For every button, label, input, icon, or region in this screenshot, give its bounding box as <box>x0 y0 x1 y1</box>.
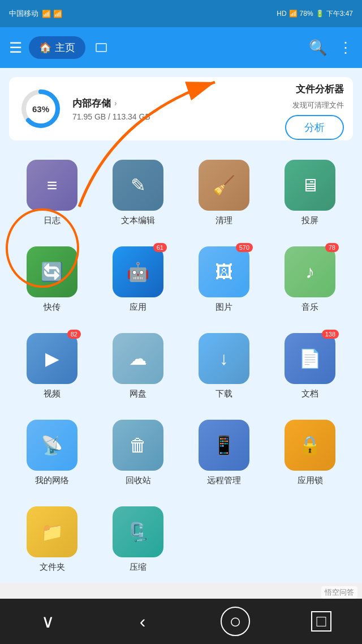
app-item-apps[interactable]: 🤖61应用 <box>95 236 181 323</box>
app-item-music[interactable]: ♪78音乐 <box>267 236 353 323</box>
home-label: 主页 <box>55 41 75 54</box>
app-icon-wrapper-folder: 📁 <box>27 506 77 557</box>
app-icon-network: 📡 <box>27 420 77 471</box>
analyzer-title: 文件分析器 <box>296 83 344 96</box>
nav-recent-icon[interactable]: □ <box>311 611 331 632</box>
menu-icon[interactable]: ☰ <box>9 39 22 57</box>
app-icon-wrapper-remote: 📱 <box>199 420 249 471</box>
app-item-video[interactable]: ▶82视频 <box>9 323 95 410</box>
app-item-log[interactable]: ≡日志 <box>9 150 95 236</box>
app-item-transfer[interactable]: 🔄快传 <box>9 236 95 323</box>
app-icon-clean: 🧹 <box>199 160 249 211</box>
app-icon-cloud: ☁ <box>113 333 163 384</box>
app-icon-music: ♪ <box>285 246 335 297</box>
storage-percentage: 63% <box>32 104 49 114</box>
app-label-transfer: 快传 <box>44 302 61 313</box>
wifi-icon: 📶 <box>289 10 298 18</box>
app-icon-folder: 📁 <box>27 506 77 557</box>
status-right: HD 📶 78% 🔋 下午3:47 <box>277 9 353 19</box>
app-badge-music: 78 <box>325 243 339 252</box>
time-label: 下午3:47 <box>326 9 353 19</box>
app-item-cloud[interactable]: ☁网盘 <box>95 323 181 410</box>
app-icon-zip: 🗜️ <box>113 506 163 557</box>
app-item-zip[interactable]: 🗜️压缩 <box>95 496 181 583</box>
app-item-network[interactable]: 📡我的网络 <box>9 410 95 496</box>
app-label-video: 视频 <box>44 389 61 399</box>
app-icon-wrapper-video: ▶82 <box>27 333 77 384</box>
app-label-zip: 压缩 <box>130 562 146 573</box>
app-icon-wrapper-cloud: ☁ <box>113 333 163 384</box>
app-label-log: 日志 <box>44 215 61 226</box>
app-badge-docs: 138 <box>322 330 339 339</box>
status-left: 中国移动 📶 📶 <box>9 8 62 19</box>
app-icon-docs: 📄 <box>285 333 335 384</box>
chevron-right-icon: › <box>114 99 117 108</box>
nav-back-icon[interactable]: ‹ <box>126 604 160 638</box>
app-icon-wrapper-photos: 🖼570 <box>199 246 249 297</box>
app-icon-wrapper-trash: 🗑 <box>113 420 163 471</box>
analyze-button[interactable]: 分析 <box>285 115 344 140</box>
app-icon-apps: 🤖 <box>113 246 163 297</box>
status-bar: 中国移动 📶 📶 HD 📶 78% 🔋 下午3:47 <box>0 0 362 27</box>
app-icon-download: ↓ <box>199 333 249 384</box>
app-icon-text: ✎ <box>113 160 163 211</box>
app-item-folder[interactable]: 📁文件夹 <box>9 496 95 583</box>
more-options-icon[interactable]: ⋮ <box>338 39 353 57</box>
app-icon-video: ▶ <box>27 333 77 384</box>
app-icon-remote: 📱 <box>199 420 249 471</box>
app-item-download[interactable]: ↓下载 <box>181 323 267 410</box>
search-icon[interactable]: 🔍 <box>309 39 327 57</box>
app-label-download: 下载 <box>216 389 232 399</box>
app-icon-wrapper-download: ↓ <box>199 333 249 384</box>
app-label-apps: 应用 <box>130 302 146 313</box>
app-item-remote[interactable]: 📱远程管理 <box>181 410 267 496</box>
bottom-nav: ∨ ‹ ○ □ <box>0 599 362 644</box>
app-item-docs[interactable]: 📄138文档 <box>267 323 353 410</box>
carrier-label: 中国移动 <box>9 8 38 19</box>
app-badge-video: 82 <box>67 330 81 339</box>
storage-card: 63% 内部存储 › 71.95 GB / 113.34 GB 文件分析器 发现… <box>9 77 353 140</box>
app-label-music: 音乐 <box>301 302 318 313</box>
app-icon-lock: 🔒 <box>285 420 335 471</box>
app-label-trash: 回收站 <box>126 475 151 486</box>
app-icon-wrapper-text: ✎ <box>113 160 163 211</box>
apps-grid: ≡日志✎文本编辑🧹清理🖥投屏🔄快传🤖61应用🖼570图片♪78音乐▶82视频☁网… <box>9 150 353 496</box>
tab-indicator <box>96 43 107 52</box>
app-label-lock: 应用锁 <box>298 475 323 486</box>
file-analyzer-panel: 文件分析器 发现可清理文件 分析 <box>285 83 344 140</box>
app-icon-wrapper-transfer: 🔄 <box>27 246 77 297</box>
app-label-clean: 清理 <box>216 215 232 226</box>
app-icon-wrapper-cast: 🖥 <box>285 160 335 211</box>
battery-label: 78% <box>300 10 313 18</box>
toolbar: ☰ 🏠 主页 🔍 ⋮ <box>0 27 362 68</box>
app-label-docs: 文档 <box>301 389 318 399</box>
app-item-lock[interactable]: 🔒应用锁 <box>267 410 353 496</box>
app-badge-photos: 570 <box>236 243 253 252</box>
app-label-remote: 远程管理 <box>207 475 241 486</box>
app-icon-log: ≡ <box>27 160 77 211</box>
signal-icons: 📶 📶 <box>42 10 62 18</box>
app-icon-wrapper-network: 📡 <box>27 420 77 471</box>
app-label-network: 我的网络 <box>35 475 69 486</box>
app-label-cast: 投屏 <box>301 215 318 226</box>
app-label-cloud: 网盘 <box>130 389 146 399</box>
app-icon-cast: 🖥 <box>285 160 335 211</box>
nav-down-icon[interactable]: ∨ <box>31 604 64 638</box>
app-icon-photos: 🖼 <box>199 246 249 297</box>
main-content: 63% 内部存储 › 71.95 GB / 113.34 GB 文件分析器 发现… <box>0 68 362 583</box>
battery-icon: 🔋 <box>316 10 324 18</box>
watermark-label: 悟空问答 <box>321 586 357 599</box>
app-item-photos[interactable]: 🖼570图片 <box>181 236 267 323</box>
hd-label: HD <box>277 10 286 18</box>
app-icon-wrapper-log: ≡ <box>27 160 77 211</box>
app-item-text[interactable]: ✎文本编辑 <box>95 150 181 236</box>
home-icon: 🏠 <box>39 41 51 54</box>
home-tab[interactable]: 🏠 主页 <box>29 36 85 59</box>
app-item-trash[interactable]: 🗑回收站 <box>95 410 181 496</box>
app-item-clean[interactable]: 🧹清理 <box>181 150 267 236</box>
app-item-cast[interactable]: 🖥投屏 <box>267 150 353 236</box>
app-icon-wrapper-docs: 📄138 <box>285 333 335 384</box>
app-icon-wrapper-clean: 🧹 <box>199 160 249 211</box>
app-icon-wrapper-zip: 🗜️ <box>113 506 163 557</box>
nav-home-icon[interactable]: ○ <box>221 607 250 636</box>
